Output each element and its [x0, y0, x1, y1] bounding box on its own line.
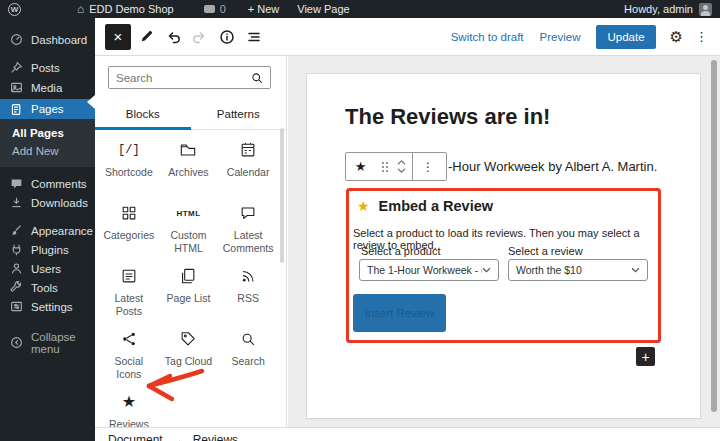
new-menu-link[interactable]: + New	[248, 3, 280, 15]
chevron-down-icon	[631, 267, 640, 273]
preview-link[interactable]: Preview	[540, 31, 581, 43]
review-select[interactable]: Worth the $10	[508, 259, 648, 281]
reviews-star-icon: ★	[122, 390, 136, 414]
embed-review-header: ★ Embed a Review	[357, 198, 493, 214]
howdy-admin-link[interactable]: Howdy, admin	[624, 3, 693, 15]
inserter-scrollbar[interactable]	[280, 128, 284, 263]
html-icon: HTML	[176, 201, 200, 225]
view-page-link[interactable]: View Page	[297, 3, 349, 15]
move-down-icon	[396, 167, 407, 174]
product-select-label: Select a product	[361, 245, 441, 257]
gear-icon[interactable]: ⚙	[670, 29, 683, 44]
comment-bubble-icon	[238, 201, 258, 225]
sidebar-item-users[interactable]: Users	[0, 259, 95, 278]
sidebar-item-pages[interactable]: Pages	[0, 99, 95, 119]
paragraph-text[interactable]: -Hour Workweek by Albert A. Martin.	[448, 159, 657, 174]
magnifier-icon	[238, 327, 258, 351]
avatar[interactable]	[699, 3, 712, 16]
block-item-rss[interactable]: RSS	[218, 261, 278, 324]
sidebar-item-plugins[interactable]: Plugins	[0, 240, 95, 259]
collapse-arrow-icon	[10, 336, 23, 349]
edit-tool-icon[interactable]	[134, 25, 158, 49]
active-menu-notch	[87, 95, 95, 109]
admin-sidebar: Dashboard Posts Media Pages All Pages Ad…	[0, 18, 95, 441]
breadcrumb: Document → Reviews	[95, 428, 720, 441]
block-item-social-icons[interactable]: Social Icons	[99, 324, 159, 387]
canvas-scrollbar[interactable]	[711, 60, 717, 412]
tab-blocks[interactable]: Blocks	[95, 99, 191, 129]
brush-icon	[10, 224, 23, 237]
block-mover[interactable]	[390, 153, 412, 180]
inserter-tabs: Blocks Patterns	[95, 99, 286, 130]
switch-to-draft-link[interactable]: Switch to draft	[451, 31, 524, 43]
block-item-tag-cloud[interactable]: Tag Cloud	[159, 324, 219, 387]
wrench-icon	[10, 281, 23, 294]
block-inserter-panel: Blocks Patterns [/] Shortcode Archives C…	[95, 56, 287, 427]
list-view-icon[interactable]	[242, 25, 266, 49]
pages-icon	[10, 103, 23, 116]
archives-icon	[178, 138, 198, 162]
chevron-down-icon	[482, 267, 491, 273]
block-item-latest-posts[interactable]: Latest Posts	[99, 261, 159, 324]
block-item-page-list[interactable]: Page List	[159, 261, 219, 324]
categories-icon	[119, 201, 139, 225]
pin-icon	[10, 61, 23, 74]
home-icon: ⌂	[77, 3, 84, 15]
add-block-button[interactable]: +	[636, 347, 655, 366]
close-inserter-button[interactable]: ×	[105, 24, 131, 50]
block-item-calendar[interactable]: Calendar	[218, 135, 278, 198]
drag-handle[interactable]	[375, 153, 390, 180]
tab-patterns[interactable]: Patterns	[191, 99, 287, 129]
dashboard-icon	[10, 33, 23, 46]
share-icon	[119, 327, 139, 351]
submenu-all-pages[interactable]: All Pages	[0, 124, 95, 142]
wordpress-logo-icon[interactable]: W	[8, 3, 21, 16]
sidebar-item-collapse-menu[interactable]: Collapse menu	[0, 333, 95, 352]
breadcrumb-arrow-icon: →	[172, 433, 184, 441]
user-icon	[10, 262, 23, 275]
comments-bubble-icon[interactable]	[204, 5, 215, 13]
search-icon	[251, 72, 263, 84]
sidebar-item-media[interactable]: Media	[0, 78, 95, 97]
sidebar-item-dashboard[interactable]: Dashboard	[0, 30, 95, 49]
sidebar-item-posts[interactable]: Posts	[0, 58, 95, 77]
sidebar-item-comments[interactable]: Comments	[0, 174, 95, 193]
update-button[interactable]: Update	[596, 25, 655, 49]
sidebar-item-tools[interactable]: Tools	[0, 278, 95, 297]
undo-icon[interactable]	[161, 25, 185, 49]
site-name-link[interactable]: EDD Demo Shop	[89, 3, 173, 15]
block-search-box	[108, 66, 271, 89]
block-item-shortcode[interactable]: [/] Shortcode	[99, 135, 159, 198]
block-item-custom-html[interactable]: HTML Custom HTML	[159, 198, 219, 261]
sidebar-item-appearance[interactable]: Appearance	[0, 221, 95, 240]
submenu-add-new[interactable]: Add New	[0, 142, 95, 160]
rss-icon	[238, 264, 258, 288]
tag-icon	[178, 327, 198, 351]
block-item-categories[interactable]: Categories	[99, 198, 159, 261]
search-input[interactable]	[116, 72, 251, 84]
block-item-latest-comments[interactable]: Latest Comments	[218, 198, 278, 261]
options-kebab-icon[interactable]: ⋮	[695, 30, 708, 43]
page-list-icon	[178, 264, 198, 288]
embed-review-title: Embed a Review	[379, 198, 493, 214]
blocks-grid: [/] Shortcode Archives Calendar Categori…	[99, 135, 278, 441]
embed-review-block: ★ Embed a Review Select a product to loa…	[347, 190, 658, 340]
product-select[interactable]: The 1-Hour Workweek - eBook	[359, 259, 499, 281]
editor-header: × Switch to draft Preview Update ⚙ ⋮	[95, 18, 720, 56]
post-title[interactable]: The Reviews are in!	[345, 104, 550, 130]
latest-posts-icon	[119, 264, 139, 288]
download-icon	[10, 196, 23, 209]
block-item-search[interactable]: Search	[218, 324, 278, 387]
block-toolbar: ★ ⋮	[345, 152, 447, 181]
insert-review-button[interactable]: Insert Review	[353, 294, 446, 332]
block-options-kebab-icon[interactable]: ⋮	[412, 153, 443, 180]
block-item-archives[interactable]: Archives	[159, 135, 219, 198]
sidebar-item-settings[interactable]: Settings	[0, 297, 95, 316]
breadcrumb-bar: Document → Reviews	[95, 427, 720, 441]
info-icon[interactable]	[215, 25, 239, 49]
redo-icon[interactable]	[188, 25, 212, 49]
breadcrumb-root[interactable]: Document	[108, 433, 163, 441]
gold-star-icon: ★	[357, 199, 370, 213]
block-type-star-icon[interactable]: ★	[346, 153, 375, 180]
sidebar-item-downloads[interactable]: Downloads	[0, 193, 95, 212]
